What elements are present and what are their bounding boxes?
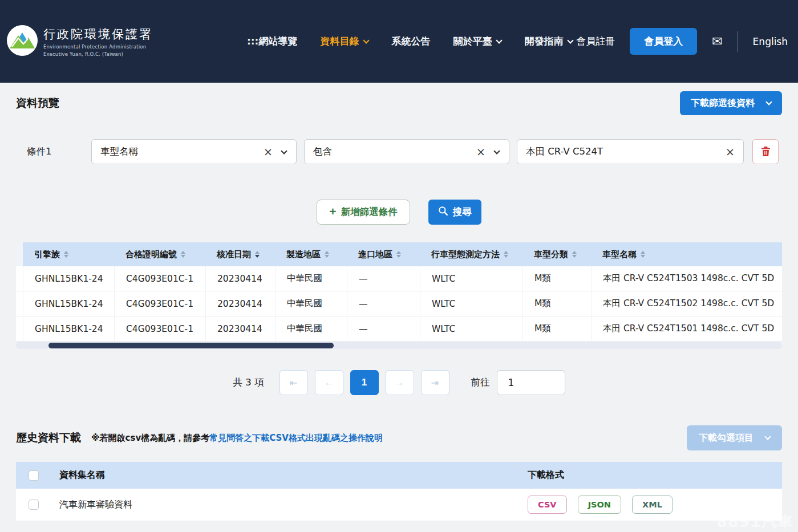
sort-icon[interactable] <box>641 251 645 258</box>
first-page-icon: ⇤ <box>290 377 297 388</box>
epa-logo-icon <box>7 25 38 58</box>
page-title: 資料預覽 <box>16 96 59 111</box>
next-page-button[interactable]: → <box>386 370 414 395</box>
col-header-test-method[interactable]: 行車型態測定方法 <box>420 242 522 266</box>
col-label: 合格證明編號 <box>125 249 177 260</box>
nav-item-label: 資料目錄 <box>320 35 359 48</box>
col-header-approval-date[interactable]: 核准日期 <box>205 242 275 266</box>
col-header-model-name[interactable]: 車型名稱 <box>591 242 782 266</box>
download-checked-button[interactable]: 下載勾選項目 <box>687 425 782 450</box>
table-cell: M類 <box>522 316 591 341</box>
last-page-icon: ⇥ <box>431 377 439 388</box>
download-filtered-label: 下載篩選後資料 <box>691 98 755 109</box>
table-cell: GHNL15BK1-24 <box>23 291 114 316</box>
col-label: 行車型態測定方法 <box>431 249 500 260</box>
nav-item-about-platform[interactable]: 關於平臺 <box>453 35 501 48</box>
col-header-import-region[interactable]: 進口地區 <box>347 242 420 266</box>
clear-operator-icon[interactable]: × <box>476 147 485 157</box>
main-content: 資料預覽 下載篩選後資料 條件1 車型名稱 × 包含 × 本田 CR-V C52… <box>0 91 798 521</box>
nav-item-label: 開發指南 <box>524 35 563 48</box>
col-label: 核准日期 <box>217 249 251 260</box>
sort-icon[interactable] <box>572 251 577 258</box>
select-all-cell <box>16 470 51 481</box>
dataset-name-header: 資料集名稱 <box>51 469 528 481</box>
chevron-down-icon <box>363 37 370 43</box>
field-select[interactable]: 車型名稱 × <box>91 139 297 164</box>
history-header-row: 資料集名稱 下載格式 <box>16 462 782 489</box>
clear-field-icon[interactable]: × <box>264 147 273 157</box>
table-row[interactable]: GHNL15BK1-24 C4G093E01C-1 20230414 中華民國 … <box>16 266 782 291</box>
register-link[interactable]: 會員註冊 <box>576 35 615 48</box>
table-row[interactable]: GHNL15BK1-24 C4G093E01C-1 20230414 中華民國 … <box>16 316 782 342</box>
chevron-down-icon[interactable] <box>493 148 500 154</box>
prev-page-button[interactable]: ← <box>315 370 343 395</box>
pagination: 共 3 項 ⇤ ← 1 → ⇥ 前往 <box>16 370 782 395</box>
json-download-button[interactable]: JSON <box>578 496 621 514</box>
nav-item-announcements[interactable]: 系統公告 <box>391 35 430 48</box>
row-checkbox[interactable] <box>29 499 39 510</box>
results-count: 共 3 項 <box>233 376 264 389</box>
col-header-certificate-no[interactable]: 合格證明編號 <box>114 242 205 266</box>
table-row[interactable]: GHNL15BK1-24 C4G093E01C-1 20230414 中華民國 … <box>16 291 782 316</box>
goto-page-input[interactable] <box>497 370 565 395</box>
search-button[interactable]: 搜尋 <box>428 200 481 225</box>
page-1-button[interactable]: 1 <box>350 370 379 395</box>
logo-subtitle-en-2: Executive Yuan, R.O.C. (Taiwan) <box>43 51 153 57</box>
mail-icon[interactable]: ✉ <box>712 35 722 48</box>
horizontal-scrollbar[interactable] <box>16 342 782 349</box>
col-header-engine-family[interactable]: 引擎族 <box>23 242 114 266</box>
condition-label: 條件1 <box>16 145 91 158</box>
download-checked-label: 下載勾選項目 <box>699 432 754 444</box>
login-button[interactable]: 會員登入 <box>630 28 697 55</box>
main-nav: :::網站導覽 資料目錄 系統公告 關於平臺 開發指南 <box>247 35 573 48</box>
table-cell: 中華民國 <box>275 266 347 291</box>
sort-icon[interactable] <box>396 251 401 258</box>
sort-desc-icon[interactable] <box>255 251 260 258</box>
search-icon <box>438 206 448 218</box>
sort-icon[interactable] <box>64 251 68 258</box>
table-cell: 20230414 <box>205 266 275 291</box>
xml-download-button[interactable]: XML <box>632 496 673 514</box>
chevron-down-icon[interactable] <box>281 148 287 154</box>
sort-icon[interactable] <box>181 251 185 258</box>
table-cell: WLTC <box>420 316 522 341</box>
nav-item-data-catalog[interactable]: 資料目錄 <box>320 35 368 48</box>
logo-text: 行政院環境保護署 Environmental Protection Admini… <box>43 26 153 57</box>
col-header-manufacture-region[interactable]: 製造地區 <box>275 242 347 266</box>
table-gutter-cell <box>16 316 23 341</box>
field-select-value: 車型名稱 <box>100 145 264 158</box>
table-cell: M類 <box>522 266 591 291</box>
history-title: 歷史資料下載 <box>16 431 81 445</box>
operator-select[interactable]: 包含 × <box>304 139 509 164</box>
history-table: 資料集名稱 下載格式 汽車新車審驗資料 CSV JSON XML <box>16 462 782 521</box>
table-cell: 20230414 <box>205 316 275 341</box>
prev-page-icon: ← <box>325 377 334 388</box>
horizontal-scrollbar-thumb[interactable] <box>48 343 334 348</box>
history-row[interactable]: 汽車新車審驗資料 CSV JSON XML <box>16 489 782 521</box>
table-cell: C4G093E01C-1 <box>114 291 205 316</box>
language-toggle[interactable]: English <box>753 36 788 47</box>
col-header-vehicle-class[interactable]: 車型分類 <box>522 242 591 266</box>
row-checkbox-cell <box>16 499 51 510</box>
sort-icon[interactable] <box>325 251 329 258</box>
faq-link[interactable]: 常見問答之下載CSV格式出現亂碼之操作說明 <box>209 433 383 443</box>
csv-download-button[interactable]: CSV <box>528 496 567 514</box>
search-label: 搜尋 <box>453 206 472 218</box>
value-input[interactable]: 本田 CR-V C524T × <box>517 139 744 164</box>
nav-item-dev-guide[interactable]: 開發指南 <box>524 35 573 48</box>
divider <box>738 31 738 52</box>
app-header: 行政院環境保護署 Environmental Protection Admini… <box>0 0 798 83</box>
epa-logo[interactable]: 行政院環境保護署 Environmental Protection Admini… <box>7 25 153 58</box>
first-page-button[interactable]: ⇤ <box>279 370 308 395</box>
chevron-down-icon <box>568 37 574 43</box>
clear-value-icon[interactable]: × <box>726 147 735 157</box>
delete-condition-button[interactable] <box>752 139 779 164</box>
nav-item-site-map[interactable]: :::網站導覽 <box>247 35 297 48</box>
add-condition-button[interactable]: + 新增篩選條件 <box>317 200 410 225</box>
table-cell: 本田 CR-V C524T1503 1498c.c. CVT 5D <box>591 266 782 291</box>
last-page-button[interactable]: ⇥ <box>421 370 449 395</box>
download-filtered-button[interactable]: 下載篩選後資料 <box>680 91 782 115</box>
sort-icon[interactable] <box>504 251 508 258</box>
select-all-checkbox[interactable] <box>29 470 39 481</box>
logo-title: 行政院環境保護署 <box>43 26 153 42</box>
